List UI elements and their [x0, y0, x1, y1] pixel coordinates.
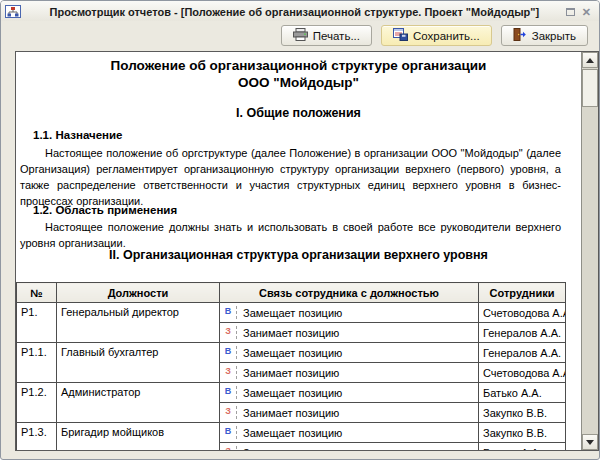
- person-cell: Закупко В.В.: [479, 423, 566, 443]
- dashed-separator-icon: [236, 426, 237, 439]
- report-viewer-window: Просмотрщик отчетов - [Положение об орга…: [0, 0, 600, 460]
- substitute-badge-icon: В: [224, 306, 232, 316]
- link-label: Замещает позицию: [243, 307, 342, 319]
- link-cell: В Замещает позицию: [220, 303, 479, 323]
- occupies-badge-icon: З: [224, 366, 232, 376]
- link-label: Занимает позицию: [243, 447, 339, 451]
- close-icon[interactable]: ✕: [582, 7, 591, 17]
- table-row: Р1. Генеральный директор В Замещает пози…: [17, 303, 566, 323]
- dashed-separator-icon: [236, 386, 237, 399]
- link-cell: З Занимает позицию: [220, 363, 479, 383]
- position-cell: Бригадир мойщиков: [57, 423, 220, 451]
- dashed-separator-icon: [236, 446, 237, 450]
- link-label: Занимает позицию: [243, 367, 339, 379]
- dashed-separator-icon: [236, 326, 237, 339]
- save-button[interactable]: Сохранить...: [381, 25, 492, 46]
- report-title-line2: ООО "Мойдодыр": [16, 74, 581, 91]
- print-button[interactable]: Печать...: [281, 25, 372, 46]
- occupies-badge-icon: З: [224, 326, 232, 336]
- toolbar: Печать... Сохранить...: [1, 21, 599, 50]
- person-cell: Счетоводова А.А.: [479, 363, 566, 383]
- dashed-separator-icon: [236, 306, 237, 319]
- table-row: Р1.1. Главный бухгалтер В Замещает позиц…: [17, 343, 566, 363]
- substitute-badge-icon: В: [224, 426, 232, 436]
- vertical-scrollbar[interactable]: [581, 52, 598, 450]
- col-header-link: Связь сотрудника с должностью: [220, 283, 479, 303]
- position-cell: Администратор: [57, 383, 220, 423]
- link-cell: В Замещает позицию: [220, 343, 479, 363]
- link-label: Занимает позицию: [243, 327, 339, 339]
- table-row: Р1.3. Бригадир мойщиков В Замещает позиц…: [17, 423, 566, 443]
- save-button-label: Сохранить...: [413, 30, 480, 42]
- org-chart-icon: [5, 5, 23, 19]
- link-cell: З Занимает позицию: [220, 323, 479, 343]
- arrow-up-icon: [586, 58, 594, 63]
- occupies-badge-icon: З: [224, 446, 232, 451]
- row-number-cell: Р1.: [17, 303, 57, 343]
- close-button-label: Закрыть: [532, 30, 576, 42]
- exit-door-icon: [513, 28, 527, 43]
- link-label: Замещает позицию: [243, 347, 342, 359]
- document-viewport: Положение об организационной структуре о…: [15, 51, 599, 451]
- save-report-icon: [393, 28, 408, 43]
- table-row: Р1.2. Администратор В Замещает позицию Б…: [17, 383, 566, 403]
- close-button[interactable]: Закрыть: [501, 25, 588, 46]
- section-1-heading: I. Общие положения: [16, 106, 581, 120]
- printer-icon: [293, 28, 308, 43]
- substitute-badge-icon: В: [224, 386, 232, 396]
- person-cell: Генералов А.А.: [479, 343, 566, 363]
- table-header-row: № Должности Связь сотрудника с должность…: [17, 283, 566, 303]
- row-number-cell: Р1.1.: [17, 343, 57, 383]
- link-label: Занимает позицию: [243, 407, 339, 419]
- occupies-badge-icon: З: [224, 406, 232, 416]
- link-cell: В Замещает позицию: [220, 423, 479, 443]
- section-1-2-heading: 1.2. Область применения: [33, 204, 581, 216]
- person-cell: Счетоводова А.А.: [479, 303, 566, 323]
- substitute-badge-icon: В: [224, 346, 232, 356]
- link-label: Замещает позицию: [243, 427, 342, 439]
- dashed-separator-icon: [236, 346, 237, 359]
- window-title: Просмотрщик отчетов - [Положение об орга…: [23, 6, 566, 18]
- link-label: Замещает позицию: [243, 387, 342, 399]
- restore-icon[interactable]: [566, 8, 575, 16]
- print-button-label: Печать...: [313, 30, 360, 42]
- row-number-cell: Р1.2.: [17, 383, 57, 423]
- link-cell: В Замещает позицию: [220, 383, 479, 403]
- link-cell: З Занимает позицию: [220, 443, 479, 451]
- position-cell: Генеральный директор: [57, 303, 220, 343]
- person-cell: Батько А.А.: [479, 383, 566, 403]
- row-number-cell: Р1.3.: [17, 423, 57, 451]
- scroll-down-button[interactable]: [582, 434, 598, 450]
- col-header-positions: Должности: [57, 283, 220, 303]
- report-title-line1: Положение об организационной структуре о…: [16, 57, 581, 74]
- person-cell: Генералов А.А.: [479, 323, 566, 343]
- report-page: Положение об организационной структуре о…: [16, 52, 581, 450]
- section-1-2-paragraph: Настоящее положение должны знать и испол…: [20, 219, 561, 251]
- person-cell: Закупко В.В.: [479, 403, 566, 423]
- scrollbar-thumb[interactable]: [582, 69, 598, 107]
- titlebar: Просмотрщик отчетов - [Положение об орга…: [1, 1, 599, 21]
- report-title: Положение об организационной структуре о…: [16, 57, 581, 91]
- dashed-separator-icon: [236, 366, 237, 379]
- scroll-up-button[interactable]: [582, 52, 598, 68]
- org-structure-table: № Должности Связь сотрудника с должность…: [16, 282, 566, 450]
- position-cell: Главный бухгалтер: [57, 343, 220, 383]
- col-header-employees: Сотрудники: [479, 283, 566, 303]
- dashed-separator-icon: [236, 406, 237, 419]
- person-cell: Батько А.А.: [479, 443, 566, 451]
- section-1-1-paragraph: Настоящее положение об оргструктуре (дал…: [20, 145, 561, 209]
- col-header-num: №: [17, 283, 57, 303]
- link-cell: З Занимает позицию: [220, 403, 479, 423]
- arrow-down-icon: [586, 440, 594, 445]
- section-1-1-heading: 1.1. Назначение: [33, 129, 581, 141]
- section-2-heading: II. Организационная структура организаци…: [16, 248, 581, 262]
